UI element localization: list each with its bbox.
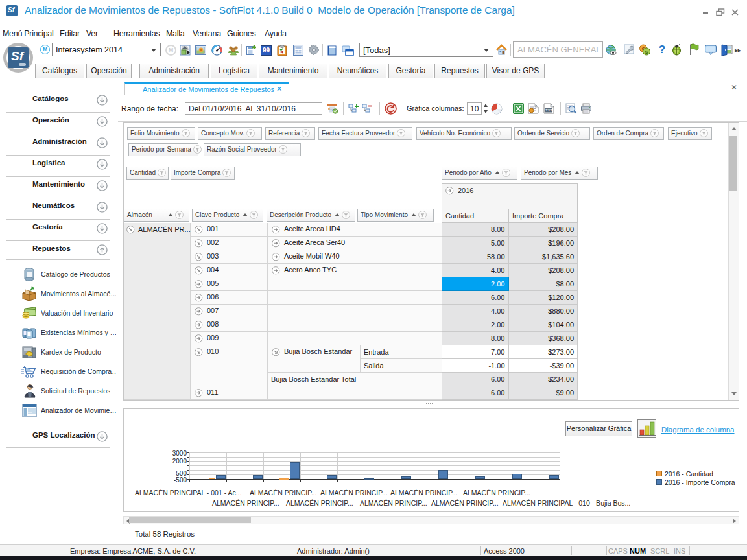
svg-text:TXT: TXT <box>545 108 552 112</box>
svg-text:$: $ <box>645 49 648 55</box>
